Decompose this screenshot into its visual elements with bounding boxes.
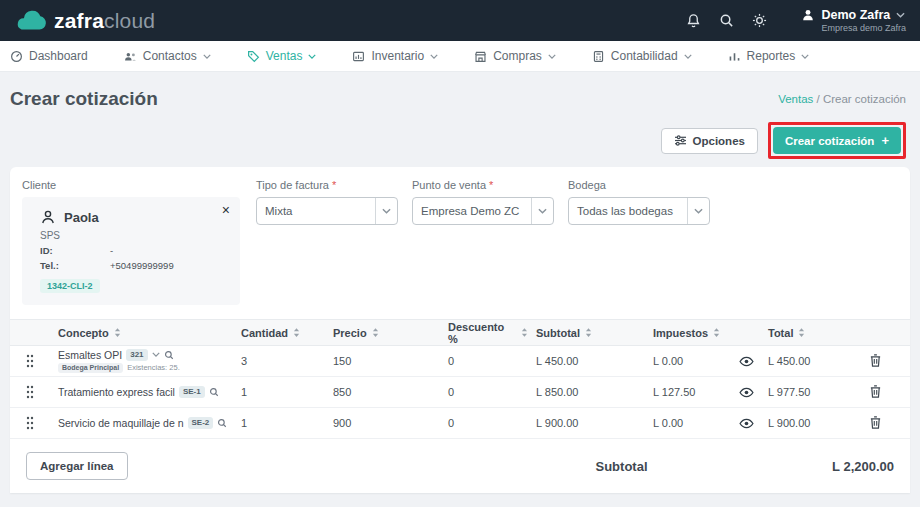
- subtotal-value: L 450.00: [528, 355, 645, 367]
- drag-handle-icon[interactable]: [10, 385, 50, 399]
- bell-icon[interactable]: [686, 13, 701, 28]
- trash-icon[interactable]: [869, 415, 882, 430]
- discount-field[interactable]: 0: [440, 386, 528, 398]
- sort-icon[interactable]: [521, 327, 528, 338]
- client-id-label: ID:: [40, 245, 110, 256]
- brand-light: cloud: [104, 9, 155, 32]
- stock-text: Existencias: 25.: [127, 364, 180, 373]
- total-value: L 977.50: [760, 386, 855, 398]
- total-value: L 900.00: [760, 417, 855, 429]
- eye-icon[interactable]: [739, 418, 754, 429]
- brand-logo[interactable]: zafracloud: [14, 9, 155, 33]
- dashboard-icon: [10, 50, 23, 63]
- item-name[interactable]: Tratamiento express facil: [58, 386, 175, 398]
- qty-field[interactable]: 3: [233, 355, 325, 367]
- item-name[interactable]: Servicio de maquillaje de n: [58, 417, 184, 429]
- nav-item-ventas[interactable]: Ventas: [247, 49, 317, 63]
- header-impuestos[interactable]: Impuestos: [645, 327, 760, 339]
- search-item-icon[interactable]: [209, 387, 219, 397]
- tipo-factura-select[interactable]: Mixta: [256, 197, 398, 225]
- chevron-down-icon: [538, 208, 547, 214]
- sort-icon[interactable]: [585, 327, 592, 338]
- table-header-row: Concepto Cantidad Precio Descuento % Sub…: [10, 319, 910, 346]
- search-icon[interactable]: [719, 13, 734, 28]
- chevron-down-icon: [801, 54, 809, 59]
- search-item-icon[interactable]: [164, 350, 174, 360]
- discount-field[interactable]: 0: [440, 417, 528, 429]
- item-code-badge: SE-1: [179, 386, 205, 397]
- client-card: × Paola SPS ID: - Tel.: +50499999999 134…: [22, 197, 240, 305]
- create-quote-label: Crear cotización: [785, 135, 874, 147]
- tipo-factura-value: Mixta: [257, 205, 375, 217]
- nav-item-compras[interactable]: Compras: [474, 49, 556, 63]
- eye-icon[interactable]: [739, 356, 754, 367]
- nav-label: Inventario: [371, 49, 424, 63]
- purchases-icon: [474, 50, 487, 63]
- table-row: Esmaltes OPI 321 Bodega Principal Existe…: [10, 346, 910, 377]
- punto-venta-value: Empresa Demo ZC: [413, 205, 531, 217]
- header-descuento[interactable]: Descuento %: [440, 321, 528, 345]
- table-row: Servicio de maquillaje de n SE-2 1 900 0…: [10, 408, 910, 439]
- header-cantidad[interactable]: Cantidad: [233, 327, 325, 339]
- header-total[interactable]: Total: [760, 327, 855, 339]
- discount-field[interactable]: 0: [440, 355, 528, 367]
- header-concepto[interactable]: Concepto: [50, 327, 233, 339]
- client-city: SPS: [40, 230, 226, 241]
- price-field[interactable]: 150: [325, 355, 440, 367]
- trash-icon[interactable]: [869, 353, 882, 368]
- subtotal-value: L 850.00: [528, 386, 645, 398]
- warehouse-badge: Bodega Principal: [58, 363, 123, 373]
- nav-label: Ventas: [266, 49, 303, 63]
- price-field[interactable]: 850: [325, 386, 440, 398]
- nav-item-dashboard[interactable]: Dashboard: [10, 49, 88, 63]
- item-name[interactable]: Esmaltes OPI: [58, 349, 122, 361]
- drag-handle-icon[interactable]: [10, 416, 50, 430]
- subtotal-label: Subtotal: [596, 459, 648, 474]
- qty-field[interactable]: 1: [233, 417, 325, 429]
- breadcrumb-link-ventas[interactable]: Ventas: [778, 93, 813, 105]
- sort-icon[interactable]: [372, 327, 379, 338]
- total-value: L 450.00: [760, 355, 855, 367]
- header-precio[interactable]: Precio: [325, 327, 440, 339]
- header-subtotal[interactable]: Subtotal: [528, 327, 645, 339]
- user-avatar-icon: [801, 8, 815, 22]
- qty-field[interactable]: 1: [233, 386, 325, 398]
- nav-item-inventario[interactable]: Inventario: [352, 49, 438, 63]
- chevron-down-icon: [896, 12, 905, 18]
- tax-value: L 127.50: [653, 386, 695, 398]
- nav-item-reportes[interactable]: Reportes: [728, 49, 810, 63]
- sort-icon[interactable]: [114, 327, 121, 338]
- trash-icon[interactable]: [869, 384, 882, 399]
- punto-venta-label: Punto de venta *: [412, 179, 554, 191]
- add-line-button[interactable]: Agregar línea: [26, 452, 128, 480]
- close-icon[interactable]: ×: [222, 203, 230, 217]
- sort-icon[interactable]: [713, 327, 720, 338]
- theme-toggle-icon[interactable]: [752, 13, 767, 28]
- chevron-down-icon: [308, 54, 316, 59]
- item-code-badge: 321: [126, 349, 147, 360]
- eye-icon[interactable]: [739, 387, 754, 398]
- chevron-down-icon[interactable]: [152, 352, 160, 357]
- sliders-icon: [674, 135, 687, 146]
- bodega-select[interactable]: Todas las bodegas: [568, 197, 710, 225]
- user-company: Empresa demo Zafra: [821, 23, 906, 34]
- sort-icon[interactable]: [293, 327, 300, 338]
- avatar: [40, 209, 56, 225]
- create-quote-button[interactable]: Crear cotización +: [773, 127, 901, 154]
- drag-handle-icon[interactable]: [10, 354, 50, 368]
- accounting-icon: [592, 50, 605, 63]
- search-item-icon[interactable]: [217, 418, 227, 428]
- nav-item-contactos[interactable]: Contactos: [124, 49, 211, 63]
- page-title: Crear cotización: [10, 88, 158, 110]
- annotation-highlight-box: Crear cotización +: [768, 122, 906, 159]
- punto-venta-select[interactable]: Empresa Demo ZC: [412, 197, 554, 225]
- nav-item-contabilidad[interactable]: Contabilidad: [592, 49, 692, 63]
- options-button[interactable]: Opciones: [661, 128, 758, 154]
- price-field[interactable]: 900: [325, 417, 440, 429]
- client-tel-value: +50499999999: [110, 260, 174, 271]
- nav-label: Contactos: [143, 49, 197, 63]
- options-label: Opciones: [693, 135, 745, 147]
- cliente-label: Cliente: [22, 179, 242, 191]
- user-menu[interactable]: Demo Zafra Empresa demo Zafra: [801, 8, 906, 34]
- sort-icon[interactable]: [798, 327, 805, 338]
